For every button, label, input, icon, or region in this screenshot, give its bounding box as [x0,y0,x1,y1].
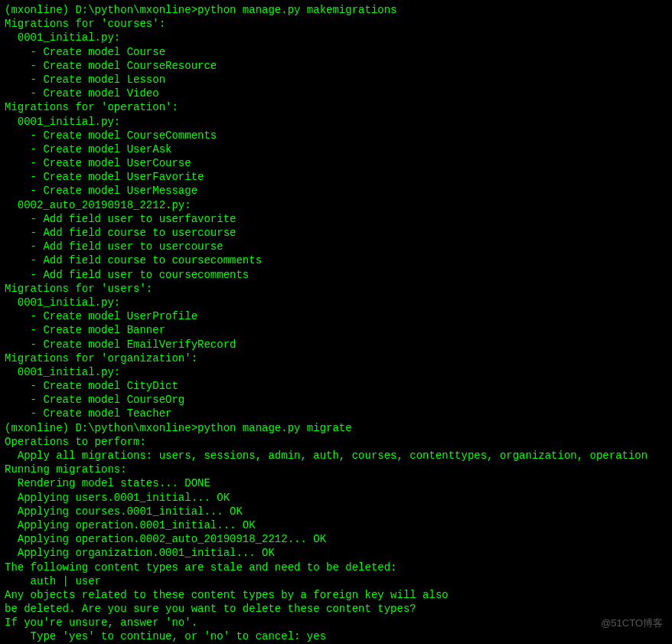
auth-user: auth | user [5,574,667,588]
applying-operation-0002: Applying operation.0002_auto_20190918_22… [5,532,667,546]
operation-add-user-coursecomments: - Add field user to coursecomments [5,268,667,282]
users-create-banner: - Create model Banner [5,323,667,337]
applying-users-0001: Applying users.0001_initial... OK [5,491,667,505]
migrations-users-header: Migrations for 'users': [5,282,667,296]
operation-add-course-usercourse: - Add field course to usercourse [5,226,667,240]
operation-0001: 0001_initial.py: [5,115,667,129]
migrations-operation-header: Migrations for 'operation': [5,100,667,114]
operation-create-usercourse: - Create model UserCourse [5,156,667,170]
applying-organization-0001: Applying organization.0001_initial... OK [5,546,667,560]
courses-create-lesson: - Create model Lesson [5,73,667,87]
type-yes-no: Type 'yes' to continue, or 'no' to cance… [5,629,667,643]
running-migrations: Running migrations: [5,463,667,476]
operation-add-user-userfavorite: - Add field user to userfavorite [5,212,667,226]
rendering-model-states: Rendering model states... DONE [5,476,667,490]
watermark-text: @51CTO博客 [601,617,663,630]
users-create-userprofile: - Create model UserProfile [5,309,667,323]
operations-to-perform: Operations to perform: [5,435,667,449]
operation-add-course-coursecomments: - Add field course to coursecomments [5,253,667,267]
apply-all-migrations: Apply all migrations: users, sessions, a… [5,449,667,463]
courses-create-courseresource: - Create model CourseResource [5,59,667,73]
operation-0002: 0002_auto_20190918_2212.py: [5,198,667,212]
any-objects-2: be deleted. Are you sure you want to del… [5,602,667,616]
users-create-emailverifyrecord: - Create model EmailVerifyRecord [5,338,667,351]
operation-add-user-usercourse: - Add field user to usercourse [5,240,667,253]
courses-create-course: - Create model Course [5,45,667,59]
migrations-organization-header: Migrations for 'organization': [5,351,667,365]
applying-courses-0001: Applying courses.0001_initial... OK [5,505,667,518]
prompt-makemigrations: (mxonline) D:\python\mxonline>python man… [5,3,667,17]
users-0001: 0001_initial.py: [5,296,667,309]
if-unsure: If you're unsure, answer 'no'. [5,616,667,629]
applying-operation-0001: Applying operation.0001_initial... OK [5,518,667,532]
migrations-courses-header: Migrations for 'courses': [5,17,667,31]
organization-create-citydict: - Create model CityDict [5,379,667,393]
organization-create-teacher: - Create model Teacher [5,407,667,420]
courses-0001: 0001_initial.py: [5,31,667,44]
operation-create-coursecomments: - Create model CourseComments [5,129,667,142]
operation-create-userfavorite: - Create model UserFavorite [5,170,667,184]
courses-create-video: - Create model Video [5,87,667,100]
organization-create-courseorg: - Create model CourseOrg [5,393,667,407]
operation-create-userask: - Create model UserAsk [5,142,667,156]
stale-content-types: The following content types are stale an… [5,561,667,574]
operation-create-usermessage: - Create model UserMessage [5,184,667,198]
any-objects-1: Any objects related to these content typ… [5,588,667,602]
terminal-output[interactable]: (mxonline) D:\python\mxonline>python man… [5,3,667,644]
organization-0001: 0001_initial.py: [5,365,667,379]
prompt-migrate: (mxonline) D:\python\mxonline>python man… [5,421,667,435]
